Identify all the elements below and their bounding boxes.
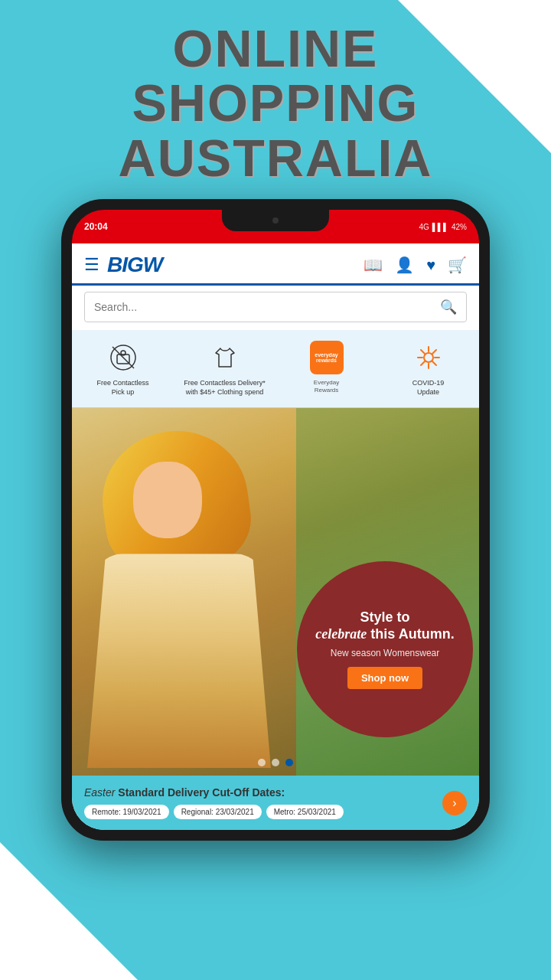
account-icon[interactable]: 👤 [395, 256, 414, 274]
bigw-logo[interactable]: BIGW [107, 253, 162, 277]
catalog-icon[interactable]: 📖 [364, 256, 383, 274]
search-bar: 🔍 [72, 286, 479, 330]
promo-italic-celebrate: celebrate [315, 626, 367, 642]
cart-icon[interactable]: 🛒 [448, 256, 467, 274]
promo-subtitle: New season Womenswear [331, 648, 440, 660]
covid-icon [412, 341, 445, 374]
search-input-wrapper[interactable]: 🔍 [84, 292, 467, 322]
easter-banner: Easter Standard Delivery Cut-Off Dates: … [72, 776, 479, 830]
easter-content: Easter Standard Delivery Cut-Off Dates: … [84, 786, 344, 819]
carousel-dot-1[interactable] [258, 759, 266, 766]
easter-arrow-button[interactable]: › [442, 791, 467, 815]
carousel-dot-3[interactable] [285, 759, 293, 766]
promo-title: Style to celebrate this Autumn. [315, 609, 454, 642]
contactless-pickup-icon [106, 341, 140, 374]
promo-bubble: Style to celebrate this Autumn. New seas… [297, 561, 473, 737]
easter-dates: Remote: 19/03/2021 Regional: 23/03/2021 … [84, 805, 344, 819]
contactless-pickup-label: Free ContactlessPick up [96, 379, 148, 397]
search-icon[interactable]: 🔍 [440, 299, 457, 315]
service-delivery[interactable]: Free Contactless Delivery*with $45+ Clot… [174, 338, 276, 400]
shop-now-button[interactable]: Shop now [347, 667, 422, 689]
services-strip: Free ContactlessPick up Free Contactless… [72, 330, 479, 408]
covid-label: COVID-19Update [412, 379, 445, 397]
battery-icon: 42% [452, 223, 467, 231]
svg-line-11 [432, 350, 436, 354]
title-line2: SHOPPING [0, 76, 551, 130]
page-title: ONLINE SHOPPING AUSTRALIA [0, 21, 551, 185]
phone-mockup: 20:04 4G ▌▌▌ 42% ☰ BIGW 📖 👤 ♥ [61, 199, 490, 841]
carousel-dot-2[interactable] [272, 759, 279, 766]
everyday-rewards-label: EverydayRewards [314, 379, 339, 395]
easter-italic-label: Easter [84, 786, 115, 799]
signal-icon: ▌▌▌ [432, 223, 448, 231]
camera-dot [272, 217, 279, 224]
promo-text-style-to: Style to [360, 609, 409, 625]
title-line3: AUSTRALIA [0, 131, 551, 185]
svg-point-4 [424, 353, 433, 362]
easter-rest-label: Standard Delivery Cut-Off Dates: [118, 786, 285, 799]
nav-icons: 📖 👤 ♥ 🛒 [364, 256, 467, 274]
svg-line-1 [112, 347, 134, 368]
hero-banner: Style to celebrate this Autumn. New seas… [72, 408, 479, 776]
status-time: 20:04 [84, 221, 108, 232]
svg-line-10 [432, 361, 436, 365]
everyday-rewards-icon: everyday rewards [310, 341, 344, 374]
hamburger-menu-icon[interactable]: ☰ [84, 255, 99, 275]
promo-text-this-autumn: this Autumn. [370, 626, 454, 642]
bigw-header: ☰ BIGW 📖 👤 ♥ 🛒 [72, 243, 479, 286]
search-input[interactable] [94, 301, 440, 313]
phone-screen: ☰ BIGW 📖 👤 ♥ 🛒 🔍 [72, 243, 479, 830]
service-covid[interactable]: COVID-19Update [377, 338, 479, 400]
wishlist-icon[interactable]: ♥ [426, 256, 435, 274]
network-icon: 4G [419, 223, 429, 231]
svg-line-12 [421, 361, 425, 365]
notch [222, 210, 329, 231]
date-remote: Remote: 19/03/2021 [84, 805, 169, 819]
status-icons: 4G ▌▌▌ 42% [419, 223, 467, 231]
service-contactless-pickup[interactable]: Free ContactlessPick up [72, 338, 174, 400]
service-everyday-rewards[interactable]: everyday rewards EverydayRewards [276, 338, 377, 400]
easter-title: Easter Standard Delivery Cut-Off Dates: [84, 786, 344, 799]
svg-line-9 [421, 350, 425, 354]
delivery-shirt-icon [208, 341, 242, 374]
status-bar: 20:04 4G ▌▌▌ 42% [72, 210, 479, 243]
date-regional: Regional: 23/03/2021 [174, 805, 262, 819]
carousel-dots [258, 759, 293, 766]
title-line1: ONLINE [0, 21, 551, 76]
date-metro: Metro: 25/03/2021 [266, 805, 344, 819]
delivery-label: Free Contactless Delivery*with $45+ Clot… [184, 379, 266, 397]
